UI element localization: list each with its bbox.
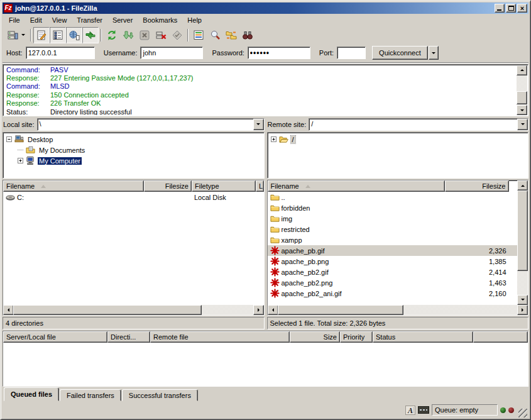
filename-cell: xampp <box>268 235 445 245</box>
quickconnect-dropdown-button[interactable] <box>429 46 439 60</box>
scroll-thumb[interactable] <box>517 191 528 271</box>
file-row-forbidden[interactable]: forbidden <box>268 202 518 213</box>
scroll-left-button[interactable] <box>268 305 278 315</box>
file-row-c[interactable]: C:Local Disk <box>3 192 264 202</box>
filename-filters-button[interactable] <box>239 27 256 43</box>
column-header-server-local-file[interactable]: Server/Local file <box>3 331 107 343</box>
log-row: Response:226 Transfer OK <box>4 99 517 108</box>
site-manager-button[interactable] <box>3 27 28 43</box>
tree-item-label: Desktop <box>26 136 54 143</box>
filename-text: C: <box>17 194 24 201</box>
column-header-status[interactable]: Status <box>373 331 473 343</box>
local-site-dropdown-button[interactable] <box>253 119 264 130</box>
scroll-up-button[interactable] <box>517 65 527 75</box>
disconnect-button[interactable] <box>153 27 169 43</box>
port-input[interactable] <box>337 47 366 59</box>
reconnect-button[interactable] <box>169 27 185 43</box>
filename-filters-icon <box>242 30 253 41</box>
column-header-directi[interactable]: Directi... <box>107 331 150 343</box>
host-label: Host: <box>6 49 23 57</box>
menu-item-transfer[interactable]: Transfer <box>72 15 107 25</box>
local-horizontal-scrollbar[interactable] <box>3 305 264 315</box>
scroll-thumb[interactable] <box>517 91 527 104</box>
scroll-thumb[interactable] <box>278 305 403 315</box>
menu-item-bookmarks[interactable]: Bookmarks <box>138 15 182 25</box>
arrow-right-icon <box>258 308 261 312</box>
desktop-icon <box>14 135 24 144</box>
file-row-apache-pb-png[interactable]: apache_pb.png1,385 <box>268 256 518 267</box>
scroll-thumb[interactable] <box>13 305 202 315</box>
remote-site-dropdown-button[interactable] <box>517 119 528 130</box>
column-header-priority[interactable]: Priority <box>340 331 373 343</box>
menu-item-server[interactable]: Server <box>107 15 138 25</box>
documents-icon <box>26 145 35 155</box>
column-header-label: Server/Local file <box>6 333 56 341</box>
scroll-up-button[interactable] <box>517 180 528 191</box>
column-header-l[interactable]: L <box>256 180 264 192</box>
username-input[interactable] <box>140 47 203 59</box>
scroll-down-button[interactable] <box>517 105 527 115</box>
image-file-icon <box>270 278 280 287</box>
scroll-right-button[interactable] <box>253 305 264 315</box>
tab-failed-transfers[interactable]: Failed transfers <box>60 389 121 401</box>
tree-item-my-computer[interactable]: My Computer <box>3 155 264 166</box>
refresh-button[interactable] <box>104 27 120 43</box>
column-header-size[interactable]: Size <box>290 331 340 343</box>
filesize-cell <box>445 224 509 235</box>
column-header-filesize[interactable]: Filesize <box>144 180 192 192</box>
cancel-operation-button[interactable] <box>136 27 153 43</box>
file-row-apache-pb2-gif[interactable]: apache_pb2.gif2,414 <box>268 267 518 277</box>
menu-item-file[interactable]: File <box>4 15 25 25</box>
column-header-remote-file[interactable]: Remote file <box>150 331 290 343</box>
remote-horizontal-scrollbar[interactable] <box>268 305 528 315</box>
scroll-down-button[interactable] <box>517 295 528 305</box>
close-button[interactable]: × <box>517 4 527 13</box>
scroll-right-button[interactable] <box>517 305 528 315</box>
filezilla-logo-icon: Fz <box>4 4 13 13</box>
find-files-button[interactable] <box>207 27 223 43</box>
file-row-apache-pb2-png[interactable]: apache_pb2.png1,463 <box>268 277 518 288</box>
quickconnect-button[interactable]: Quickconnect <box>372 46 428 60</box>
remote-site-combo[interactable]: / <box>309 118 528 131</box>
tree-item-label: / <box>291 136 295 143</box>
tab-successful-transfers[interactable]: Successful transfers <box>122 389 198 401</box>
local-site-combo[interactable]: \ <box>37 118 265 131</box>
scroll-left-button[interactable] <box>3 305 14 315</box>
column-header-filesize[interactable]: Filesize <box>445 180 509 192</box>
menu-item-view[interactable]: View <box>47 15 72 25</box>
file-row-apache-pb-gif[interactable]: apache_pb.gif2,326 <box>268 245 518 256</box>
column-header-label: Filename <box>6 182 35 190</box>
minimize-button[interactable] <box>495 4 505 13</box>
toggle-transfer-queue-button[interactable] <box>82 27 99 43</box>
toggle-local-tree-button[interactable] <box>50 27 66 43</box>
column-header-filetype[interactable]: Filetype <box>192 180 256 192</box>
tree-item-my-documents[interactable]: My Documents <box>3 145 264 155</box>
synchronized-browsing-button[interactable] <box>223 27 239 43</box>
menu-item-edit[interactable]: Edit <box>25 15 47 25</box>
maximize-button[interactable] <box>506 4 516 13</box>
resize-grip[interactable] <box>518 409 527 417</box>
column-header-filename[interactable]: Filename <box>268 180 445 192</box>
tree-item-blank[interactable]: / <box>268 134 528 145</box>
menu-item-help[interactable]: Help <box>182 15 207 25</box>
file-row-xampp[interactable]: xampp <box>268 235 518 245</box>
filesize-cell: 2,326 <box>445 245 509 256</box>
file-row-restricted[interactable]: restricted <box>268 224 518 235</box>
tab-queued-files[interactable]: Queued files <box>4 387 59 401</box>
file-row-apache-pb2-ani-gif[interactable]: apache_pb2_ani.gif2,160 <box>268 288 518 299</box>
tree-item-desktop[interactable]: Desktop <box>3 134 264 145</box>
directory-comparison-button[interactable] <box>190 27 207 43</box>
remote-vertical-scrollbar[interactable] <box>517 180 528 304</box>
column-header-filename[interactable]: Filename <box>3 180 144 192</box>
process-queue-button[interactable] <box>120 27 136 43</box>
host-input[interactable] <box>26 47 95 59</box>
toggle-message-log-button[interactable] <box>33 27 50 43</box>
remote-file-list: FilenameFilesize ..forbiddenimgrestricte… <box>267 180 529 315</box>
column-header-blank[interactable] <box>473 331 528 343</box>
toggle-remote-tree-button[interactable] <box>66 27 82 43</box>
log-scrollbar[interactable] <box>517 65 527 116</box>
drive-icon <box>6 192 15 202</box>
file-row-blank[interactable]: .. <box>268 192 518 202</box>
file-row-img[interactable]: img <box>268 213 518 224</box>
password-input[interactable] <box>248 47 310 59</box>
